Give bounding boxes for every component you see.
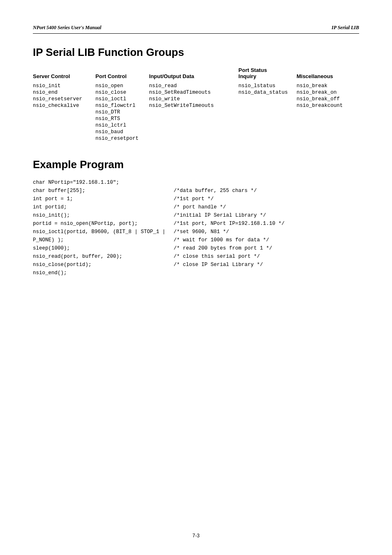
table-cell [33, 109, 95, 116]
table-cell [149, 129, 239, 135]
table-cell [238, 109, 296, 116]
table-cell: nsio_DTR [95, 109, 149, 116]
table-cell [33, 122, 95, 129]
table-cell [297, 135, 359, 142]
table-cell: nsio_break [297, 83, 359, 89]
code-block: char NPortip="192.168.1.10";char buffer[… [33, 178, 359, 277]
table-cell: nsio_resetserver [33, 96, 95, 102]
code-line-right: /*data buffer, 255 chars */ [174, 187, 359, 195]
code-line-right: /* read 200 bytes from port 1 */ [174, 244, 359, 252]
code-line-right: /*1st port, NPort IP=192.168.1.10 */ [174, 220, 359, 228]
code-line-right: /* wait for 1000 ms for data */ [174, 236, 359, 244]
table-cell: nsio_RTS [95, 116, 149, 122]
table-cell: nsio_checkalive [33, 102, 95, 109]
table-row: nsio_baud [33, 129, 359, 135]
code-line-right: /*1st port */ [174, 195, 359, 203]
table-header-row: Server Control Port Control Input/Output… [33, 66, 359, 83]
table-cell [297, 116, 359, 122]
table-cell: nsio_SetReadTimeouts [149, 89, 239, 96]
page-footer: 7-3 [0, 533, 392, 539]
code-line-left: nsio_close(portid); [33, 261, 166, 269]
code-left: char NPortip="192.168.1.10";char buffer[… [33, 178, 166, 277]
table-cell: nsio_ioctl [95, 96, 149, 102]
table-cell: nsio_write [149, 96, 239, 102]
table-row: nsio_initnsio_opennsio_readnsio_lstatusn… [33, 83, 359, 89]
table-cell: nsio_break_off [297, 96, 359, 102]
table-row: nsio_RTS [33, 116, 359, 122]
code-line-left: nsio_read(port, buffer, 200); [33, 252, 166, 261]
code-line-left: sleep(1000); [33, 244, 166, 252]
table-cell [238, 135, 296, 142]
table-row: nsio_endnsio_closensio_SetReadTimeoutsns… [33, 89, 359, 96]
header-left: NPort 5400 Series User's Manual [33, 25, 101, 31]
table-cell [238, 129, 296, 135]
table-cell [238, 122, 296, 129]
code-line-right: /* port handle */ [174, 203, 359, 211]
section2-title: Example Program [33, 158, 359, 171]
table-cell [238, 116, 296, 122]
table-cell [297, 109, 359, 116]
code-line-right: /* close this serial port */ [174, 252, 359, 261]
table-cell: nsio_open [95, 83, 149, 89]
table-cell: nsio_init [33, 83, 95, 89]
table-cell: nsio_lctrl [95, 122, 149, 129]
code-line-left: nsio_init(); [33, 211, 166, 220]
col-header-port: Port Control [95, 66, 149, 83]
table-row: nsio_DTR [33, 109, 359, 116]
code-line-left: int portid; [33, 203, 166, 211]
code-line-left: int port = 1; [33, 195, 166, 203]
code-line-left: char NPortip="192.168.1.10"; [33, 178, 166, 187]
table-cell [297, 129, 359, 135]
table-cell [33, 129, 95, 135]
code-line-right: /*set 9600, N81 */ [174, 228, 359, 236]
table-cell [149, 122, 239, 129]
table-cell [33, 116, 95, 122]
col-header-server: Server Control [33, 66, 95, 83]
table-cell: nsio_SetWriteTimeouts [149, 102, 239, 109]
code-line-left: char buffer[255]; [33, 187, 166, 195]
code-line-left: nsio_ioctl(portid, B9600, (BIT_8 | STOP_… [33, 228, 166, 236]
page: NPort 5400 Series User's Manual IP Seria… [0, 0, 392, 555]
table-cell: nsio_resetport [95, 135, 149, 142]
section1-title: IP Serial LIB Function Groups [33, 46, 359, 59]
table-cell: nsio_end [33, 89, 95, 96]
page-header: NPort 5400 Series User's Manual IP Seria… [33, 25, 359, 34]
code-line-right [174, 178, 359, 187]
function-groups-table: Server Control Port Control Input/Output… [33, 66, 359, 142]
table-cell: nsio_break_on [297, 89, 359, 96]
table-cell: nsio_data_status [238, 89, 296, 96]
table-cell [33, 135, 95, 142]
code-right: /*data buffer, 255 chars *//*1st port */… [174, 178, 359, 277]
table-row: nsio_resetport [33, 135, 359, 142]
table-cell [149, 116, 239, 122]
table-row: nsio_lctrl [33, 122, 359, 129]
code-line-left: P_NONE) ); [33, 236, 166, 244]
table-row: nsio_checkalivensio_flowctrlnsio_SetWrit… [33, 102, 359, 109]
table-cell: nsio_lstatus [238, 83, 296, 89]
table-cell: nsio_breakcount [297, 102, 359, 109]
table-cell [238, 96, 296, 102]
col-header-misc: Miscellaneous [297, 66, 359, 83]
code-line-left: nsio_end(); [33, 269, 166, 277]
code-line-left: portid = nsio_open(NPortip, port); [33, 220, 166, 228]
table-cell: nsio_read [149, 83, 239, 89]
code-line-right: /* close IP Serial Library */ [174, 261, 359, 269]
table-cell [238, 102, 296, 109]
col-header-io: Input/Output Data [149, 66, 239, 83]
table-cell [297, 122, 359, 129]
code-line-right [174, 269, 359, 277]
table-cell: nsio_baud [95, 129, 149, 135]
table-row: nsio_resetservernsio_ioctlnsio_writensio… [33, 96, 359, 102]
header-right: IP Serial LIB [332, 25, 359, 31]
table-cell: nsio_close [95, 89, 149, 96]
table-cell [149, 109, 239, 116]
col-header-status: Port StatusInquiry [238, 66, 296, 83]
table-cell: nsio_flowctrl [95, 102, 149, 109]
code-line-right: /*initial IP Serial Library */ [174, 211, 359, 220]
table-cell [149, 135, 239, 142]
page-number: 7-3 [192, 533, 199, 539]
